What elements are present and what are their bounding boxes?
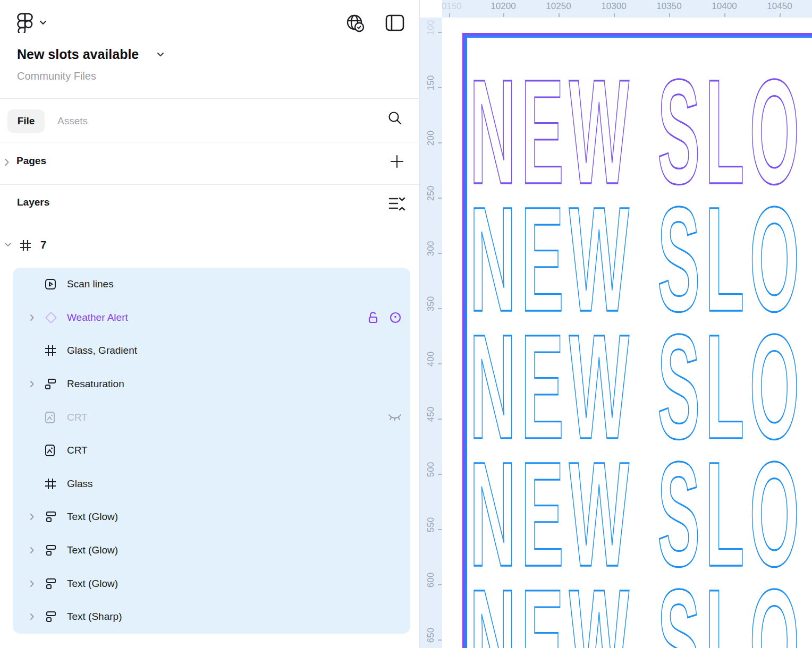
toggle-sidebar-icon[interactable]: [385, 14, 404, 31]
slots-layout-icon: [45, 378, 56, 390]
horizontal-ruler[interactable]: 10150 10200 10250 10300 10350 10400 1045…: [442, 0, 812, 18]
ruler-label: 10250: [537, 1, 580, 12]
add-page-icon[interactable]: [390, 154, 404, 169]
slots-layout-icon: [45, 544, 56, 556]
layer-row-crt[interactable]: CRT: [13, 434, 410, 467]
tab-file[interactable]: File: [7, 109, 45, 133]
file-title: New slots available: [17, 47, 139, 62]
collapse-layers-icon[interactable]: [388, 197, 405, 211]
layer-row-text-glow-3[interactable]: Text (Glow): [13, 567, 410, 600]
pages-section[interactable]: Pages: [0, 142, 419, 184]
frame-icon: [45, 478, 56, 490]
chevron-right-icon[interactable]: [30, 580, 35, 587]
hidden-eye-icon[interactable]: [388, 413, 402, 422]
chevron-down-icon[interactable]: [39, 20, 47, 25]
pages-heading: Pages: [16, 155, 46, 167]
selected-layer-group: Scan lines Weather Alert: [13, 268, 410, 634]
ruler-label: 100: [426, 18, 436, 49]
chevron-right-icon[interactable]: [30, 547, 35, 554]
chevron-right-icon[interactable]: [4, 158, 10, 166]
panel-header: New slots available Community Files: [0, 0, 419, 98]
slots-layout-icon: [45, 611, 56, 623]
layer-row-text-glow-2[interactable]: Text (Glow): [13, 534, 410, 567]
figma-logo-icon[interactable]: [16, 12, 34, 33]
chevron-right-icon[interactable]: [30, 380, 35, 388]
canvas-viewport[interactable]: NEW SLO NEW SLO NEW SLO NEW SLO NEW SLO …: [420, 0, 812, 648]
video-icon: [45, 278, 56, 290]
ruler-label: 10400: [703, 1, 746, 12]
chevron-right-icon[interactable]: [30, 613, 35, 620]
search-icon[interactable]: [385, 108, 404, 127]
tab-assets[interactable]: Assets: [57, 109, 88, 133]
layer-row-frame-7[interactable]: 7: [0, 233, 419, 259]
canvas[interactable]: NEW SLO NEW SLO NEW SLO NEW SLO NEW SLO: [442, 18, 812, 648]
layer-row-text-sharp[interactable]: Text (Sharp): [13, 600, 410, 634]
ruler-corner: [420, 0, 442, 18]
chevron-down-icon[interactable]: [4, 242, 12, 247]
component-diamond-icon: [45, 311, 57, 324]
layer-row-glass-gradient[interactable]: Glass, Gradient: [13, 334, 410, 368]
visible-eye-icon[interactable]: [389, 311, 402, 324]
ruler-label: 10350: [648, 1, 690, 12]
unlock-icon[interactable]: [368, 311, 378, 324]
ruler-label: 10150: [442, 1, 470, 12]
image-icon: [45, 444, 55, 457]
file-title-chevron-icon[interactable]: [157, 52, 164, 57]
ruler-label: 450: [426, 393, 436, 436]
ruler-label: 350: [426, 283, 436, 325]
ruler-label: 10200: [482, 1, 525, 12]
ruler-label: 200: [426, 117, 436, 159]
left-panel: New slots available Community Files File…: [0, 0, 420, 648]
layer-row-resaturation[interactable]: Resaturation: [13, 368, 410, 401]
ruler-label: 500: [426, 448, 436, 491]
slots-layout-icon: [45, 511, 56, 523]
ruler-label: 10450: [758, 1, 801, 12]
tabs-row: File Assets: [0, 99, 419, 142]
frame-artwork: NEW SLO NEW SLO NEW SLO NEW SLO NEW SLO: [442, 18, 812, 648]
chevron-right-icon[interactable]: [30, 513, 35, 521]
frame-icon: [19, 239, 32, 252]
layer-row-scan-lines[interactable]: Scan lines: [13, 268, 410, 301]
ruler-label: 150: [426, 62, 436, 104]
frame-icon: [45, 345, 56, 356]
ruler-label: 250: [426, 172, 436, 215]
ruler-label: 550: [426, 504, 436, 546]
ruler-label: 600: [426, 559, 436, 601]
community-globe-icon[interactable]: [345, 13, 365, 33]
chevron-right-icon[interactable]: [30, 314, 35, 321]
file-subtitle: Community Files: [17, 70, 96, 82]
ruler-label: 400: [426, 338, 436, 380]
image-icon: [45, 411, 55, 424]
slots-layout-icon: [45, 578, 56, 590]
layer-label: 7: [40, 239, 46, 251]
ruler-label: 300: [426, 227, 436, 270]
layer-row-text-glow-1[interactable]: Text (Glow): [13, 500, 410, 534]
ruler-label: 650: [426, 614, 436, 648]
layers-section-header: Layers: [0, 185, 419, 218]
layers-heading: Layers: [17, 197, 49, 208]
vertical-ruler[interactable]: 100 150 200 250 300 350 400 450 500 550 …: [420, 18, 442, 648]
ruler-label: 10300: [593, 1, 635, 12]
headline-text-row[interactable]: NEW SLO: [470, 558, 805, 648]
layer-row-glass[interactable]: Glass: [13, 467, 410, 501]
layer-row-weather-alert[interactable]: Weather Alert: [13, 301, 410, 335]
layer-row-crt-hidden[interactable]: CRT: [13, 400, 410, 434]
